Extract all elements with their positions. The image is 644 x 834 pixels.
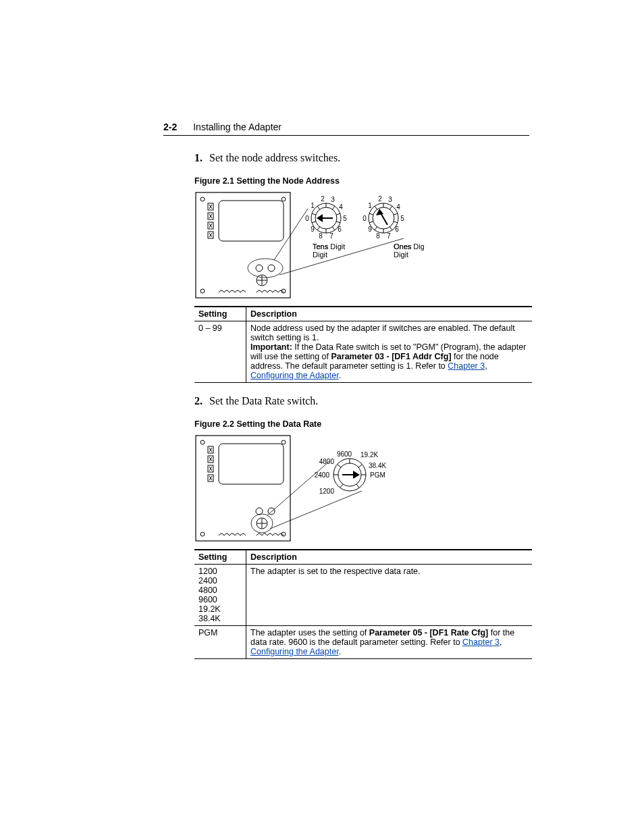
svg-text:5: 5 [400,215,404,222]
svg-line-14 [274,209,308,260]
svg-text:0: 0 [363,215,367,222]
svg-text:8: 8 [376,232,380,240]
table-row: 0 – 99 Node address used by the adapter … [194,321,532,383]
page: 2-2 Installing the Adapter 1.Set the nod… [0,0,644,834]
svg-text:1: 1 [368,202,372,209]
label-19-2k: 19.2K [360,451,378,459]
svg-text:2: 2 [378,195,382,203]
figure-2-1-caption: Figure 2.1 Setting the Node Address [194,176,529,186]
table-row: 1200 2400 4800 9600 19.2K 38.4K The adap… [194,565,532,626]
svg-marker-93 [353,471,360,479]
svg-text:0: 0 [305,215,309,222]
svg-line-27 [317,206,320,209]
svg-text:1: 1 [311,202,315,209]
svg-text:Digit: Digit [313,251,327,259]
svg-line-41 [375,206,377,209]
step-2-text: Set the Data Rate switch. [209,395,318,407]
figure-2-2-caption: Figure 2.2 Setting the Data Rate [194,419,529,429]
table-2-1: Setting Description 0 – 99 Node address … [194,306,532,383]
link-chapter-3[interactable]: Chapter 3 [448,361,485,371]
page-number: 2-2 [163,122,177,132]
svg-line-34 [394,213,398,215]
svg-point-78 [256,508,263,515]
svg-point-70 [281,440,286,444]
svg-line-19 [332,206,335,209]
svg-line-38 [375,227,377,230]
svg-line-43 [380,212,387,225]
svg-marker-28 [317,214,323,222]
svg-text:6: 6 [338,226,342,233]
svg-point-13 [248,259,283,278]
svg-line-89 [356,484,359,488]
svg-line-36 [390,227,392,230]
page-header: 2-2 Installing the Adapter [163,122,529,136]
svg-line-33 [390,206,392,209]
setting-cell: 0 – 99 [194,321,246,383]
svg-text:2: 2 [321,195,325,203]
label-4800: 4800 [319,458,335,465]
svg-line-20 [336,213,340,215]
table-header-description: Description [246,307,533,321]
svg-point-2 [281,197,286,201]
svg-line-92 [338,465,341,467]
svg-line-22 [332,227,335,230]
svg-text:3: 3 [388,196,392,203]
svg-text:3: 3 [331,196,335,203]
svg-line-40 [369,213,373,215]
svg-text:4: 4 [396,203,400,211]
svg-text:5: 5 [343,215,347,222]
svg-line-35 [394,221,398,223]
step-1: 1.Set the node address switches. [194,152,529,164]
table-row: PGM The adapter uses the setting of Para… [194,626,532,659]
svg-line-83 [270,491,362,529]
svg-line-87 [358,465,362,467]
label-1200: 1200 [319,488,335,495]
table-header-description: Description [246,550,533,565]
figure-2-2: 1200 2400 4800 9600 19.2K 38.4K PGM [194,434,529,542]
step-2: 2.Set the Data Rate switch. [194,395,529,407]
step-2-number: 2. [194,395,203,407]
svg-point-11 [268,265,275,271]
setting-cell: PGM [194,626,246,659]
step-1-number: 1. [194,152,203,163]
svg-rect-77 [219,444,284,484]
table-header-setting: Setting [194,550,246,565]
table-2-2: Setting Description 1200 2400 4800 9600 … [194,549,532,659]
svg-rect-9 [219,201,284,241]
svg-text:9: 9 [311,226,315,233]
svg-point-1 [200,197,205,201]
figure-2-1: 0 1 2 3 4 5 6 7 8 9 0 1 2 3 4 5 6 7 8 9 [194,191,529,299]
svg-point-71 [200,532,205,536]
table-header-setting: Setting [194,307,246,321]
svg-text:9: 9 [368,226,372,233]
svg-line-25 [312,221,316,223]
svg-line-90 [340,484,343,488]
label-2400: 2400 [315,471,330,479]
svg-point-3 [200,289,205,293]
svg-line-26 [312,213,316,215]
svg-text:8: 8 [319,232,323,240]
svg-line-21 [336,221,340,223]
description-cell: The adapter uses the setting of Paramete… [246,626,533,659]
svg-text:Tens: Tens [313,242,329,251]
svg-text:Ones: Ones [394,242,412,251]
link-configuring-adapter[interactable]: Configuring the Adapter [250,371,339,380]
section-title: Installing the Adapter [193,122,281,132]
link-chapter-3[interactable]: Chapter 3 [462,637,500,647]
svg-text:Digit: Digit [394,251,408,259]
svg-text:4: 4 [339,203,343,211]
svg-text:6: 6 [395,226,399,233]
svg-point-10 [256,265,263,271]
svg-line-24 [317,227,320,230]
label-38-4k: 38.4K [369,462,386,469]
step-1-text: Set the node address switches. [209,152,340,163]
svg-point-69 [200,440,205,444]
svg-text:7: 7 [329,232,333,240]
label-9600: 9600 [337,450,352,458]
setting-cell: 1200 2400 4800 9600 19.2K 38.4K [194,565,246,626]
description-cell: Node address used by the adapter if swit… [246,321,533,383]
svg-text:7: 7 [387,232,391,240]
link-configuring-adapter[interactable]: Configuring the Adapter [250,647,339,656]
label-pgm: PGM [370,471,385,479]
description-cell: The adapter is set to the respective dat… [246,565,533,626]
